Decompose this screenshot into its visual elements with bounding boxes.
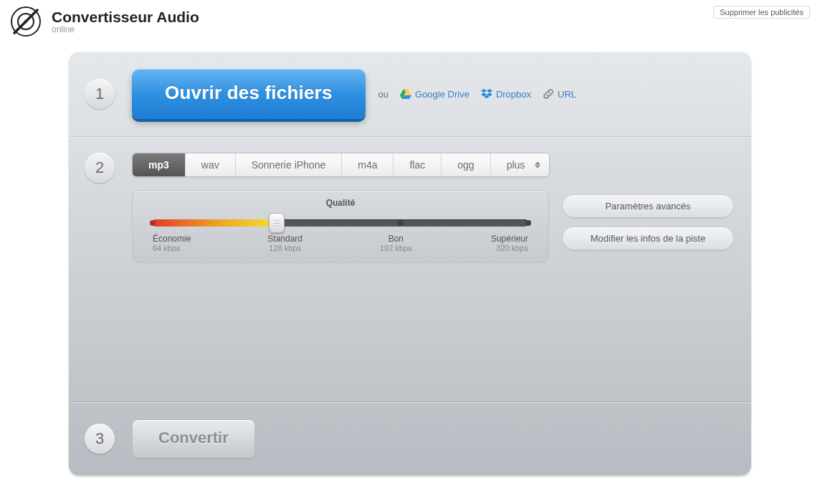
url-label: URL — [558, 89, 576, 100]
branding: Convertisseur Audio online — [10, 6, 199, 37]
side-buttons: Paramètres avancés Modifier les infos de… — [562, 194, 734, 263]
quality-rate: 128 kbps — [264, 244, 307, 252]
quality-label-good: Bon 192 kbps — [374, 234, 417, 252]
quality-rate: 64 kbps — [153, 244, 196, 252]
quality-name: Bon — [374, 234, 417, 244]
format-tab-ogg[interactable]: ogg — [442, 153, 490, 176]
google-drive-icon — [400, 88, 411, 100]
format-tab-flac[interactable]: flac — [394, 153, 442, 176]
or-label: ou — [378, 89, 388, 100]
quality-slider[interactable] — [153, 219, 528, 227]
edit-track-info-button[interactable]: Modifier les infos de la piste — [562, 227, 734, 250]
dropbox-label: Dropbox — [496, 89, 531, 100]
slider-handle[interactable] — [269, 213, 285, 233]
dropbox-link[interactable]: Dropbox — [481, 88, 531, 100]
step-3: 3 Convertir — [69, 401, 751, 475]
quality-label-economy: Économie 64 kbps — [153, 234, 196, 252]
url-link[interactable]: URL — [543, 88, 576, 100]
google-drive-link[interactable]: Google Drive — [400, 88, 469, 100]
open-files-button[interactable]: Ouvrir des fichiers — [132, 69, 366, 119]
quality-rate: 192 kbps — [374, 244, 417, 252]
format-tabs: mp3 wav Sonnerie iPhone m4a flac ogg plu… — [132, 153, 550, 177]
format-tab-mp3[interactable]: mp3 — [133, 153, 186, 176]
title-block: Convertisseur Audio online — [52, 9, 199, 34]
step-number-3: 3 — [85, 424, 115, 454]
quality-label-standard: Standard 128 kbps — [264, 234, 307, 252]
slider-stop-0 — [150, 220, 156, 226]
step-1: 1 Ouvrir des fichiers ou Google Drive — [69, 52, 751, 136]
slider-fill — [153, 219, 277, 227]
convert-button[interactable]: Convertir — [132, 419, 255, 458]
quality-row: Qualité Économie 64 kbps — [132, 190, 734, 263]
slider-stop-2 — [398, 220, 404, 226]
step-2-content: mp3 wav Sonnerie iPhone m4a flac ogg plu… — [132, 153, 734, 263]
app-subtitle: online — [52, 24, 199, 34]
slider-stop-3 — [525, 220, 531, 226]
quality-name: Standard — [264, 234, 307, 244]
step-number-1: 1 — [85, 79, 115, 109]
quality-label-superior: Supérieur 320 kbps — [485, 234, 528, 252]
dropbox-icon — [481, 88, 492, 100]
remove-ads-button[interactable]: Supprimer les publicités — [713, 6, 810, 19]
header: Convertisseur Audio online Supprimer les… — [0, 0, 820, 42]
sort-arrows-icon — [535, 162, 540, 168]
step-number-2: 2 — [85, 153, 115, 183]
app-title: Convertisseur Audio — [52, 9, 199, 26]
quality-name: Supérieur — [485, 234, 528, 244]
quality-name: Économie — [153, 234, 196, 244]
link-icon — [543, 88, 554, 100]
quality-panel: Qualité Économie 64 kbps — [132, 190, 549, 263]
google-drive-label: Google Drive — [415, 89, 469, 100]
format-tab-wav[interactable]: wav — [186, 153, 236, 176]
format-tab-more-label: plus — [507, 159, 525, 171]
step-2: 2 mp3 wav Sonnerie iPhone m4a flac ogg p… — [69, 136, 751, 401]
format-tab-m4a[interactable]: m4a — [342, 153, 394, 176]
advanced-settings-button[interactable]: Paramètres avancés — [562, 194, 734, 218]
quality-title: Qualité — [153, 198, 528, 208]
converter-card: 1 Ouvrir des fichiers ou Google Drive — [69, 52, 751, 475]
svg-marker-8 — [487, 89, 492, 92]
format-tab-iphone-ringtone[interactable]: Sonnerie iPhone — [236, 153, 343, 176]
quality-rate: 320 kbps — [485, 244, 528, 252]
svg-marker-7 — [481, 89, 487, 92]
format-tab-more[interactable]: plus — [491, 153, 550, 176]
alt-sources: ou Google Drive Dropbox — [378, 88, 577, 100]
app-logo-icon — [10, 6, 42, 37]
quality-labels: Économie 64 kbps Standard 128 kbps Bon 1… — [153, 234, 528, 252]
